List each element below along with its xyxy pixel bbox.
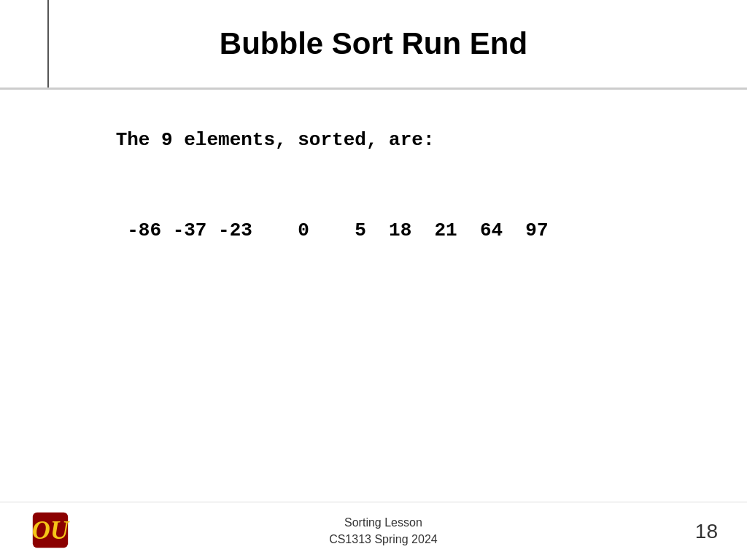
content-area: The 9 elements, sorted, are: -86 -37 -23…: [47, 95, 718, 277]
header-divider: [0, 88, 747, 90]
output-line1: The 9 elements, sorted, are:: [116, 129, 435, 151]
lesson-label: Sorting Lesson: [329, 515, 438, 531]
svg-text:OU: OU: [32, 516, 70, 544]
ou-logo: OU: [29, 509, 71, 551]
output-line2: -86 -37 -23 0 5 18 21 64 97: [116, 219, 549, 241]
slide-header: Bubble Sort Run End: [0, 0, 747, 88]
slide-title: Bubble Sort Run End: [220, 26, 527, 61]
code-output: The 9 elements, sorted, are: -86 -37 -23…: [47, 95, 718, 277]
course-label: CS1313 Spring 2024: [329, 532, 438, 548]
slide-footer: OU Sorting Lesson CS1313 Spring 2024 18: [0, 502, 747, 560]
ou-logo-container: OU: [29, 509, 71, 554]
page-number: 18: [695, 520, 718, 543]
slide: Bubble Sort Run End The 9 elements, sort…: [0, 0, 747, 560]
footer-info: Sorting Lesson CS1313 Spring 2024: [329, 515, 438, 548]
